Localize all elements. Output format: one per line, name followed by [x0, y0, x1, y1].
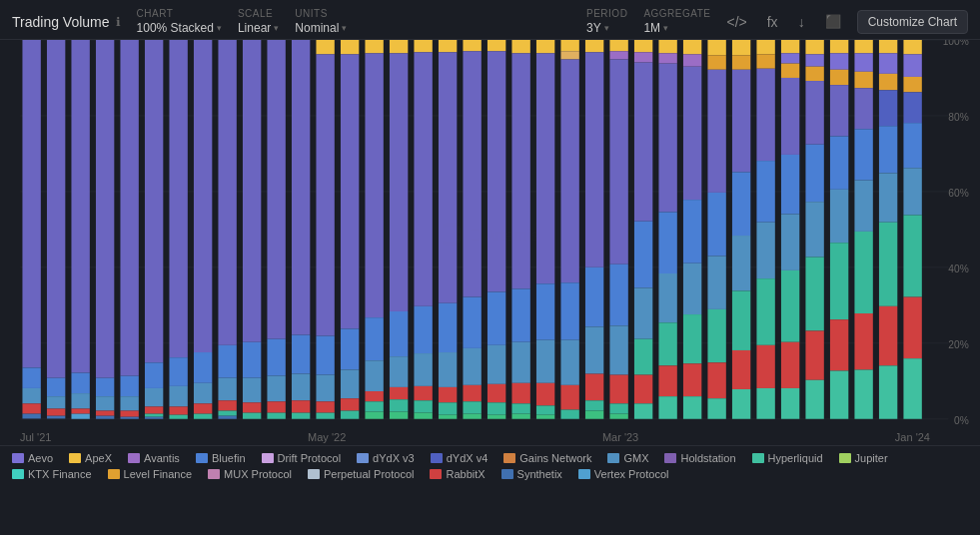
scale-value: Linear — [238, 21, 271, 35]
legend-item[interactable]: Holdstation — [664, 452, 735, 464]
legend-label: Drift Protocol — [278, 452, 342, 464]
svg-rect-126 — [511, 342, 529, 383]
legend-label: Avantis — [144, 452, 180, 464]
svg-rect-144 — [585, 40, 603, 52]
fx-icon[interactable]: fx — [763, 12, 782, 32]
units-chevron: ▾ — [342, 23, 347, 33]
svg-rect-184 — [707, 55, 725, 69]
legend-label: Jupiter — [855, 452, 888, 464]
chart-control: CHART 100% Stacked ▾ — [137, 8, 222, 35]
svg-rect-180 — [683, 314, 701, 363]
period-dropdown[interactable]: 3Y ▾ — [586, 21, 627, 35]
svg-rect-254 — [903, 77, 921, 92]
code-icon[interactable]: </> — [722, 12, 750, 32]
svg-rect-37 — [145, 417, 163, 419]
aggregate-dropdown[interactable]: 1M ▾ — [643, 21, 710, 35]
svg-text:60%: 60% — [948, 188, 968, 199]
svg-rect-131 — [536, 53, 554, 283]
camera-icon[interactable]: ⬛ — [821, 12, 845, 31]
svg-rect-204 — [756, 278, 774, 345]
svg-rect-255 — [903, 92, 921, 123]
svg-rect-117 — [488, 51, 505, 291]
svg-rect-96 — [414, 52, 432, 306]
svg-rect-240 — [854, 232, 872, 313]
x-label-1: Jul '21 — [20, 431, 51, 443]
svg-rect-213 — [781, 270, 799, 342]
svg-rect-46 — [194, 403, 212, 413]
svg-rect-28 — [120, 376, 138, 397]
svg-rect-40 — [169, 386, 187, 407]
svg-rect-45 — [194, 383, 212, 404]
svg-rect-251 — [879, 365, 897, 418]
svg-rect-149 — [585, 400, 603, 410]
legend-item[interactable]: KTX Finance — [12, 468, 92, 480]
svg-rect-183 — [707, 40, 725, 55]
svg-rect-103 — [439, 52, 457, 302]
svg-rect-136 — [536, 415, 554, 419]
scale-dropdown[interactable]: Linear ▾ — [238, 21, 279, 35]
legend-item[interactable]: RabbitX — [430, 468, 485, 480]
svg-rect-172 — [658, 322, 676, 365]
legend-item[interactable]: Perpetual Protocol — [308, 468, 415, 480]
legend-color — [501, 469, 513, 479]
legend-item[interactable]: Drift Protocol — [262, 452, 342, 464]
legend-item[interactable]: Bluefin — [196, 452, 246, 464]
svg-rect-79 — [341, 398, 359, 410]
svg-rect-211 — [781, 155, 799, 215]
legend-color — [503, 453, 515, 463]
svg-rect-182 — [683, 396, 701, 419]
chart-dropdown[interactable]: 100% Stacked ▾ — [137, 21, 222, 35]
svg-rect-244 — [879, 53, 897, 74]
svg-rect-238 — [854, 129, 872, 180]
svg-rect-227 — [830, 70, 848, 85]
svg-rect-59 — [267, 40, 285, 339]
legend-item[interactable]: MUX Protocol — [208, 468, 292, 480]
svg-rect-43 — [194, 40, 212, 352]
legend-item[interactable]: Vertex Protocol — [578, 468, 669, 480]
legend-item[interactable]: GMX — [607, 452, 648, 464]
legend-item[interactable]: ApeX — [69, 452, 112, 464]
legend-label: Perpetual Protocol — [324, 468, 415, 480]
svg-rect-161 — [634, 63, 652, 222]
svg-text:20%: 20% — [948, 339, 968, 350]
svg-rect-44 — [194, 352, 212, 383]
svg-rect-13 — [47, 378, 65, 396]
svg-rect-121 — [488, 402, 505, 414]
legend-color — [12, 453, 24, 463]
legend-label: Hyperliquid — [768, 452, 823, 464]
legend-item[interactable]: Avantis — [128, 452, 180, 464]
legend-item[interactable]: Gains Network — [503, 452, 591, 464]
legend-item[interactable]: dYdX v3 — [357, 452, 415, 464]
legend-item[interactable]: Hyperliquid — [752, 452, 823, 464]
legend-label: GMX — [623, 452, 648, 464]
svg-rect-242 — [854, 369, 872, 418]
svg-rect-70 — [316, 54, 334, 335]
units-dropdown[interactable]: Nominal ▾ — [295, 21, 347, 35]
customize-chart-button[interactable]: Customize Chart — [857, 10, 968, 34]
svg-rect-257 — [903, 168, 921, 215]
legend-item[interactable]: dYdX v4 — [431, 452, 489, 464]
chart-chevron: ▾ — [217, 23, 222, 33]
legend-item[interactable]: Synthetix — [501, 468, 562, 480]
svg-rect-246 — [879, 90, 897, 126]
chart-value: 100% Stacked — [137, 21, 214, 35]
legend-item[interactable]: Jupiter — [839, 452, 888, 464]
download-icon[interactable]: ↓ — [794, 12, 809, 32]
svg-rect-133 — [536, 340, 554, 383]
legend-label: Bluefin — [212, 452, 246, 464]
svg-rect-8 — [22, 367, 40, 388]
svg-rect-143 — [560, 410, 578, 419]
svg-rect-174 — [658, 396, 676, 419]
legend-item[interactable]: Aevo — [12, 452, 53, 464]
svg-rect-150 — [585, 411, 603, 419]
svg-rect-114 — [463, 401, 481, 413]
svg-rect-237 — [854, 88, 872, 129]
legend-color — [578, 469, 590, 479]
period-control: PERIOD 3Y ▾ — [586, 8, 627, 35]
legend-item[interactable]: Level Finance — [108, 468, 193, 480]
svg-rect-153 — [609, 60, 627, 265]
svg-rect-88 — [390, 40, 408, 53]
svg-rect-64 — [292, 40, 310, 335]
chart-title: Trading Volume — [12, 14, 110, 30]
info-icon[interactable]: ℹ — [116, 15, 121, 29]
